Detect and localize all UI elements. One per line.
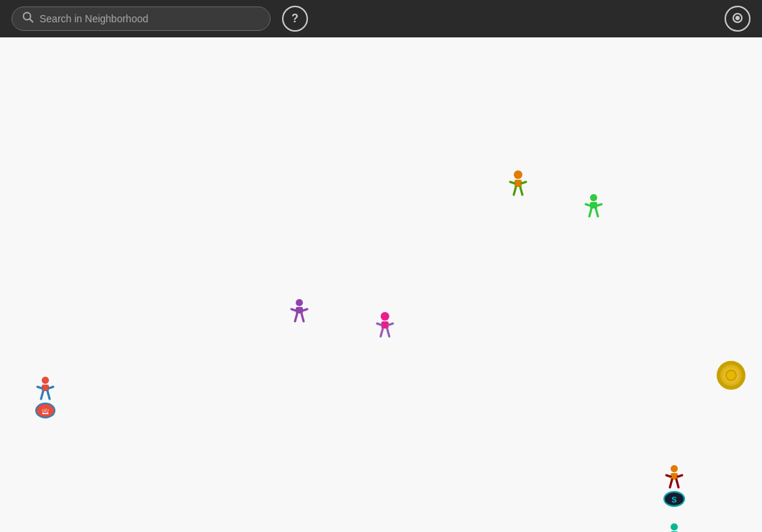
svg-point-22 bbox=[381, 312, 389, 321]
svg-line-24 bbox=[377, 324, 381, 325]
person-figure bbox=[663, 465, 685, 490]
svg-line-25 bbox=[389, 324, 393, 325]
location-button[interactable] bbox=[725, 6, 750, 32]
svg-line-9 bbox=[520, 187, 522, 195]
person-figure bbox=[289, 299, 310, 324]
svg-text:S: S bbox=[671, 495, 676, 504]
svg-point-28 bbox=[42, 377, 49, 384]
svg-text:🛎: 🛎 bbox=[41, 406, 50, 416]
bell-icon: 🛎 bbox=[35, 403, 55, 418]
person-figure bbox=[583, 194, 604, 219]
person-figure bbox=[663, 523, 685, 532]
svg-line-12 bbox=[586, 204, 590, 206]
svg-line-14 bbox=[589, 208, 591, 216]
svg-line-31 bbox=[49, 387, 53, 388]
svg-line-18 bbox=[291, 309, 296, 311]
svg-line-32 bbox=[41, 391, 43, 399]
location-ring[interactable] bbox=[717, 361, 745, 390]
person-pink-1[interactable] bbox=[373, 312, 396, 338]
svg-point-16 bbox=[296, 299, 303, 306]
svg-point-4 bbox=[514, 170, 522, 179]
person-purple-1[interactable] bbox=[289, 299, 310, 324]
svg-line-1 bbox=[30, 19, 33, 22]
person-teal-1[interactable] bbox=[663, 523, 685, 532]
svg-line-20 bbox=[295, 313, 297, 321]
location-icon bbox=[732, 12, 743, 26]
svg-point-3 bbox=[735, 16, 740, 20]
person-figure bbox=[373, 312, 396, 338]
svg-line-26 bbox=[381, 329, 383, 336]
svg-line-21 bbox=[301, 313, 304, 321]
person-figure bbox=[507, 170, 530, 196]
svg-line-39 bbox=[678, 475, 682, 477]
toolbar: ? bbox=[0, 0, 762, 37]
person-figure bbox=[35, 377, 56, 401]
svg-line-6 bbox=[510, 182, 514, 183]
search-input[interactable] bbox=[40, 13, 260, 24]
person-blue-red-1[interactable]: 🛎 bbox=[35, 377, 56, 418]
svg-line-38 bbox=[666, 475, 671, 477]
help-button[interactable]: ? bbox=[282, 6, 308, 32]
svg-line-15 bbox=[596, 208, 598, 216]
map-area: 🛎 S bbox=[0, 37, 762, 532]
svg-line-30 bbox=[37, 387, 42, 388]
svg-point-44 bbox=[671, 523, 678, 531]
svg-point-10 bbox=[590, 194, 597, 201]
search-container bbox=[12, 6, 271, 31]
search-icon bbox=[22, 12, 34, 26]
svg-line-40 bbox=[670, 480, 672, 487]
help-icon: ? bbox=[291, 12, 299, 25]
person-green-1[interactable] bbox=[583, 194, 604, 219]
svg-point-36 bbox=[671, 465, 678, 472]
svg-line-33 bbox=[47, 391, 50, 399]
svg-line-13 bbox=[597, 204, 602, 206]
person-orange-chat-1[interactable]: S bbox=[663, 465, 685, 508]
chat-icon: S bbox=[663, 491, 685, 508]
svg-line-19 bbox=[303, 309, 307, 311]
location-ring-inner bbox=[725, 370, 737, 381]
svg-line-41 bbox=[676, 480, 679, 487]
svg-line-7 bbox=[522, 182, 526, 183]
svg-line-27 bbox=[387, 329, 389, 336]
svg-line-8 bbox=[514, 187, 516, 195]
person-orange-green-1[interactable] bbox=[507, 170, 530, 196]
